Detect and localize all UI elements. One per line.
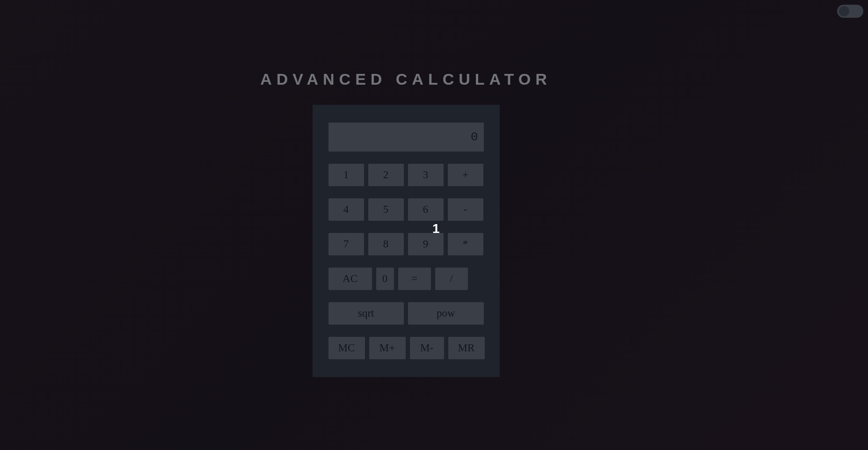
sqrt-button[interactable]: sqrt [328,302,404,325]
digit-5-button[interactable]: 5 [368,198,404,221]
theme-toggle[interactable] [837,5,863,18]
digit-3-button[interactable]: 3 [408,164,444,186]
memory-add-button[interactable]: M+ [369,337,406,359]
calculator-display: 0 [328,123,484,152]
memory-clear-button[interactable]: MC [328,337,365,359]
digit-1-button[interactable]: 1 [328,164,364,186]
equals-button[interactable]: = [398,268,431,290]
memory-subtract-button[interactable]: M- [410,337,444,359]
digit-9-button[interactable]: 9 [408,233,444,255]
digit-8-button[interactable]: 8 [368,233,404,255]
digit-4-button[interactable]: 4 [328,198,364,221]
digit-7-button[interactable]: 7 [328,233,364,255]
digit-6-button[interactable]: 6 [408,198,444,221]
plus-button[interactable]: + [448,164,483,186]
memory-recall-button[interactable]: MR [448,337,485,359]
all-clear-button[interactable]: AC [328,268,372,290]
minus-button[interactable]: - [448,198,483,221]
divide-button[interactable]: / [435,268,468,290]
calculator-panel: 0 1 2 3 + 4 5 6 - 7 8 9 * AC 0 = / sqrt … [313,105,500,377]
pow-button[interactable]: pow [408,302,484,325]
digit-2-button[interactable]: 2 [368,164,404,186]
digit-0-button[interactable]: 0 [376,268,394,290]
page-title: ADVANCED CALCULATOR [0,70,868,88]
multiply-button[interactable]: * [448,233,483,255]
toggle-thumb [839,6,849,16]
